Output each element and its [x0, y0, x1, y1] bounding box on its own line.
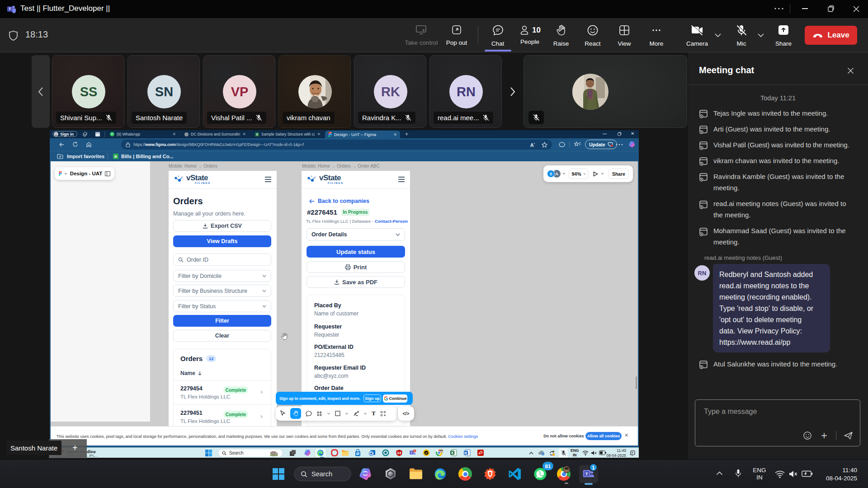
svg-text:T: T — [585, 471, 588, 476]
svg-text:T: T — [9, 7, 11, 11]
svg-text:2: 2 — [414, 450, 415, 452]
